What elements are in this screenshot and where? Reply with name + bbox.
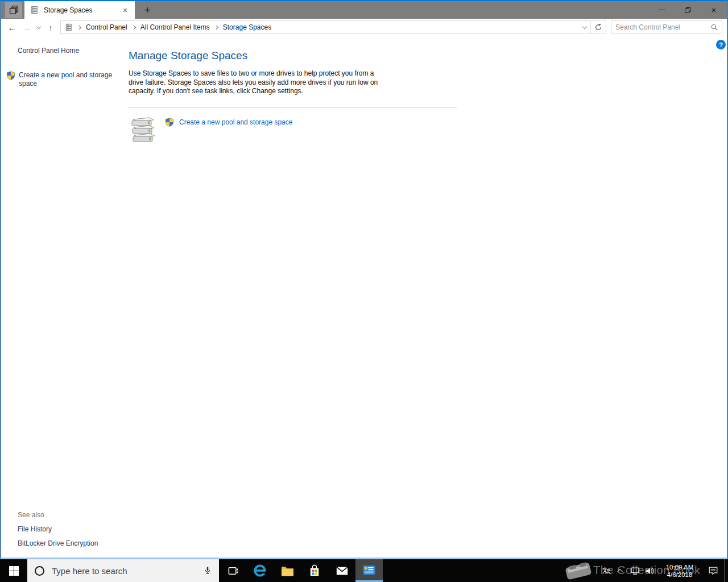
taskbar-app-edge[interactable] [246,559,274,582]
recent-locations-button[interactable] [34,20,43,34]
clock-date: 4/6/2018 [657,571,702,579]
volume-button[interactable] [642,559,657,582]
refresh-button[interactable] [591,21,606,34]
chevron-down-icon [582,24,586,28]
sidebar-item-create-pool[interactable]: Create a new pool and storage space [6,71,121,88]
breadcrumb-all-items[interactable]: All Control Panel Items [138,23,212,31]
storage-spaces-icon [65,23,73,31]
action-center-icon [708,566,718,576]
breadcrumb-separator-icon [132,25,136,29]
sidebar-item-control-panel-home[interactable]: Control Panel Home [18,47,79,55]
sidebar-item-label: Create a new pool and storage space [19,71,117,88]
address-dropdown-button[interactable] [578,21,591,34]
minimize-icon [659,10,665,10]
system-tray: The Collection Book 10:09 AM 4/6/2018 [561,559,728,582]
up-button[interactable]: ↑ [43,20,58,34]
create-pool-row: Create a new pool and storage space [129,117,727,144]
tab-close-button[interactable]: × [120,5,130,15]
people-button[interactable] [599,559,614,582]
minimize-button[interactable] [648,1,675,19]
taskbar: The Collection Book 10:09 AM 4/6/2018 [0,559,728,582]
tabs-overview-button[interactable] [5,2,22,18]
taskbar-app-control-panel-active[interactable] [355,559,383,582]
network-icon [630,566,640,576]
titlebar-drag-area [160,1,648,19]
show-desktop-button[interactable] [724,559,728,582]
chevron-up-icon [617,568,623,574]
search-input[interactable] [615,23,710,31]
close-button[interactable]: × [701,1,727,19]
edge-icon [253,563,267,578]
clock[interactable]: 10:09 AM 4/6/2018 [657,563,702,579]
page-description: Use Storage Spaces to save files to two … [129,69,383,96]
breadcrumb-storage-spaces[interactable]: Storage Spaces [221,23,274,31]
uac-shield-icon [6,71,15,80]
new-tab-button[interactable]: + [135,1,160,19]
sidebar-item-file-history[interactable]: File History [18,525,52,533]
navigation-bar: ← → ↑ Control Panel All Control Panel It… [1,19,727,36]
breadcrumb-separator-icon [214,25,218,29]
action-center-button[interactable] [702,559,724,582]
restore-icon [685,7,690,13]
taskbar-search[interactable] [27,559,219,582]
windows-logo-icon [9,566,19,576]
clock-time: 10:09 AM [657,564,702,571]
tab-title: Storage Spaces [44,6,120,14]
start-button[interactable] [0,559,27,582]
taskbar-app-mail[interactable] [328,559,355,582]
create-pool-link-row[interactable]: Create a new pool and storage space [165,118,292,127]
chevron-down-icon [36,24,41,28]
window-body: ? Control Panel Home Create a new pool a… [1,36,727,558]
drive-stack-icon [129,117,156,144]
collection-book-logo [562,560,595,581]
breadcrumb-separator-icon [77,25,81,29]
network-button[interactable] [627,559,642,582]
volume-icon [645,566,655,576]
create-pool-link[interactable]: Create a new pool and storage space [179,118,292,126]
see-also-section: See also File History BitLocker Drive En… [18,511,98,547]
stacked-windows-icon [9,5,19,15]
task-view-icon [228,566,238,576]
microsoft-store-icon [308,564,321,577]
task-view-button[interactable] [219,559,246,582]
breadcrumb-control-panel[interactable]: Control Panel [84,23,130,31]
titlebar: Storage Spaces × + × [1,1,727,19]
back-button[interactable]: ← [5,20,19,34]
hidden-icons-button[interactable] [614,559,627,582]
see-also-title: See also [18,511,98,519]
taskbar-app-store[interactable] [301,559,328,582]
address-bar[interactable]: Control Panel All Control Panel Items St… [60,20,606,34]
refresh-icon [594,23,602,31]
mail-icon [335,564,349,578]
taskbar-search-input[interactable] [44,566,203,576]
people-icon [602,566,611,576]
search-icon [710,23,718,31]
taskbar-app-file-explorer[interactable] [274,559,301,582]
page-title: Manage Storage Spaces [129,49,727,62]
close-icon: × [712,6,717,14]
control-panel-window: Storage Spaces × + × ← → ↑ Control Panel [0,0,728,559]
sidebar: Control Panel Home Create a new pool and… [1,36,121,558]
divider [127,107,457,108]
microphone-icon[interactable] [203,566,212,575]
main-content: Manage Storage Spaces Use Storage Spaces… [127,36,727,558]
control-panel-search[interactable] [611,20,722,34]
sidebar-item-bitlocker[interactable]: BitLocker Drive Encryption [18,539,98,547]
desktop: Storage Spaces × + × ← → ↑ Control Panel [0,0,728,582]
restore-button[interactable] [675,1,701,19]
forward-button[interactable]: → [19,20,34,34]
file-explorer-icon [280,564,295,578]
tab-storage-spaces[interactable]: Storage Spaces × [24,1,135,19]
uac-shield-icon [165,118,174,127]
cortana-icon [35,566,44,576]
control-panel-icon [362,563,376,577]
storage-spaces-icon [30,6,39,14]
